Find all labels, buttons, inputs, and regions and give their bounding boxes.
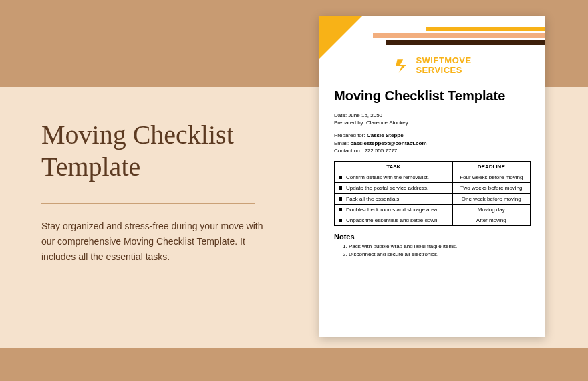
task-cell: Pack all the essentials. xyxy=(346,196,400,202)
deadline-cell: After moving xyxy=(452,215,530,225)
task-cell: Update the postal service address. xyxy=(346,185,428,191)
stripe-yellow xyxy=(426,27,545,31)
prepared-for-value: Cassie Steppe xyxy=(367,132,404,138)
prepared-by-value: Clarence Stuckey xyxy=(366,120,408,126)
contact-value: 222 555 7777 xyxy=(364,148,397,154)
table-row: Update the postal service address.Two we… xyxy=(335,182,531,193)
stripe-brown xyxy=(386,40,545,45)
brand-line-1: SWIFTMOVE xyxy=(416,56,471,66)
promo-title: Moving Checklist Template xyxy=(41,119,274,183)
table-row: Double-check rooms and storage area.Movi… xyxy=(335,204,531,215)
document-title: Moving Checklist Template xyxy=(334,88,531,104)
meta-block-1: Date: June 15, 2050 Prepared by: Clarenc… xyxy=(334,112,531,126)
background-band-bottom xyxy=(0,348,588,381)
brand-name: SWIFTMOVE SERVICES xyxy=(416,56,471,74)
table-row: Pack all the essentials.One week before … xyxy=(335,193,531,204)
note-item: Disconnect and secure all electronics. xyxy=(349,251,531,259)
email-value: cassiesteppe55@contact.com xyxy=(350,140,426,146)
bullet-icon xyxy=(339,176,342,179)
brand-logo-icon xyxy=(393,57,410,74)
deadline-cell: Four weeks before moving xyxy=(452,172,530,182)
bullet-icon xyxy=(339,219,342,222)
meta-block-2: Prepared for: Cassie Steppe Email: cassi… xyxy=(334,132,531,154)
deadline-cell: Two weeks before moving xyxy=(452,182,530,193)
notes-list: Pack with bubble wrap and label fragile … xyxy=(334,243,531,259)
bullet-icon xyxy=(339,197,342,201)
email-label: Email: xyxy=(334,140,349,146)
divider xyxy=(41,203,255,204)
col-header-deadline: DEADLINE xyxy=(452,161,530,172)
bullet-icon xyxy=(339,208,342,211)
bullet-icon xyxy=(339,186,342,190)
date-label: Date: xyxy=(334,112,347,118)
contact-label: Contact no.: xyxy=(334,148,363,154)
prepared-by-label: Prepared by: xyxy=(334,120,365,126)
document-preview: SWIFTMOVE SERVICES Moving Checklist Temp… xyxy=(319,16,545,337)
brand-line-2: SERVICES xyxy=(416,66,471,75)
table-row: Unpack the essentials and settle down.Af… xyxy=(335,215,531,225)
task-cell: Confirm details with the removalist. xyxy=(346,174,429,180)
prepared-for-label: Prepared for: xyxy=(334,132,365,138)
brand-block: SWIFTMOVE SERVICES xyxy=(319,56,545,77)
promo-panel: Moving Checklist Template Stay organized… xyxy=(41,119,274,265)
document-body: Moving Checklist Template Date: June 15,… xyxy=(334,88,531,259)
task-cell: Unpack the essentials and settle down. xyxy=(346,217,439,223)
deadline-cell: Moving day xyxy=(452,204,530,215)
promo-description: Stay organized and stress-free during yo… xyxy=(41,219,274,265)
notes-heading: Notes xyxy=(334,233,531,241)
canvas: Moving Checklist Template Stay organized… xyxy=(0,0,588,381)
stripe-tan xyxy=(373,33,545,38)
col-header-task: TASK xyxy=(335,161,453,172)
notes-section: Notes Pack with bubble wrap and label fr… xyxy=(334,233,531,259)
deadline-cell: One week before moving xyxy=(452,193,530,204)
header-stripes xyxy=(373,27,545,47)
checklist-table: TASK DEADLINE Confirm details with the r… xyxy=(334,161,531,226)
note-item: Pack with bubble wrap and label fragile … xyxy=(349,243,531,251)
table-row: Confirm details with the removalist.Four… xyxy=(335,172,531,182)
corner-triangle-icon xyxy=(319,16,362,59)
task-cell: Double-check rooms and storage area. xyxy=(346,207,438,213)
date-value: June 15, 2050 xyxy=(348,112,382,118)
